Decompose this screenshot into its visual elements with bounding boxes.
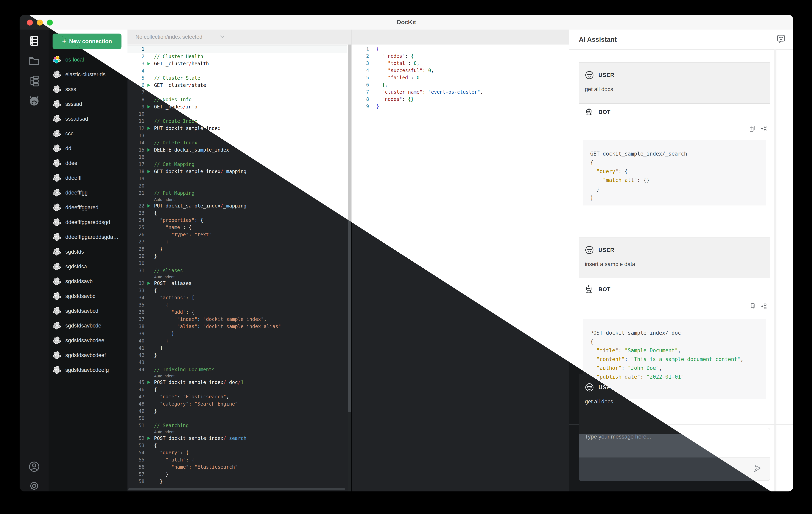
run-gutter xyxy=(144,449,154,456)
codelens-auto-indent[interactable]: Auto Indent xyxy=(127,373,347,379)
run-gutter xyxy=(144,245,154,252)
chat-scrollbar[interactable] xyxy=(774,49,777,491)
run-query-button[interactable] xyxy=(144,146,154,154)
editor-code: // Delete Index xyxy=(154,139,197,146)
insert-to-editor-icon[interactable] xyxy=(760,125,767,132)
connection-item[interactable]: sgdsfdsavb xyxy=(49,274,127,289)
insert-to-editor-icon[interactable] xyxy=(760,303,767,310)
run-gutter xyxy=(144,175,154,182)
connection-item[interactable]: sgdsfdsavbcde xyxy=(49,318,127,333)
copy-icon[interactable] xyxy=(749,125,756,132)
run-gutter xyxy=(144,154,154,161)
connection-item[interactable]: ddeefffgg xyxy=(49,185,127,200)
connection-item[interactable]: sgdsfdsa xyxy=(49,259,127,274)
line-number: 49 xyxy=(127,407,144,415)
ai-header: AI Assistant xyxy=(569,30,793,50)
connection-item[interactable]: sgdsfdsavbcd xyxy=(49,304,127,318)
run-query-button[interactable] xyxy=(144,125,154,132)
line-number: 32 xyxy=(127,280,144,287)
connection-item[interactable]: ddeefffggared xyxy=(49,200,127,215)
run-query-button[interactable] xyxy=(144,280,154,287)
editor-line: 42} xyxy=(127,352,347,359)
editor-line: 50 xyxy=(127,415,347,422)
bot-code-block-1[interactable]: GET dockit_sample_index/_search{ "query"… xyxy=(583,140,766,206)
run-query-button[interactable] xyxy=(144,60,154,67)
result-line: 3 "total": 0, xyxy=(352,60,569,67)
tree-icon[interactable] xyxy=(28,75,40,87)
connection-item[interactable]: sssadsad xyxy=(49,112,127,126)
line-number: 52 xyxy=(127,435,144,442)
editor-code: "match": { xyxy=(154,456,195,463)
connection-name: ddee xyxy=(65,160,77,167)
connection-name: sgdsfdsavbcde xyxy=(65,323,101,329)
new-connection-label: New connection xyxy=(69,38,112,44)
editor-line: 43 xyxy=(127,359,347,366)
plus-icon: + xyxy=(62,38,66,45)
connections-icon[interactable] xyxy=(28,35,40,47)
line-number: 58 xyxy=(127,478,144,485)
collection-select[interactable]: No collection/index selected xyxy=(127,30,231,44)
connection-item[interactable]: ccc xyxy=(49,126,127,141)
connection-item[interactable]: sgdsfdsavbcdeefg xyxy=(49,363,127,377)
line-number: 44 xyxy=(127,366,144,373)
line-number: 30 xyxy=(127,260,144,267)
feedback-smiley-icon[interactable] xyxy=(776,34,786,43)
gear-icon[interactable] xyxy=(28,480,40,491)
editor-horizontal-scrollbar[interactable] xyxy=(128,488,345,490)
elastic-cluster-icon xyxy=(53,351,61,360)
connection-name: elastic-cluster-tls xyxy=(65,71,106,78)
line-number: 2 xyxy=(352,53,369,60)
connection-item[interactable]: sgdsfdsavbc xyxy=(49,289,127,304)
copy-icon[interactable] xyxy=(749,303,756,310)
desktop: DocKit xyxy=(0,0,812,514)
editor-line: 31// Aliases xyxy=(127,267,347,274)
code-line: "title": "Sample Document", xyxy=(590,346,766,355)
user-icon[interactable] xyxy=(28,461,40,473)
line-number: 4 xyxy=(352,67,369,74)
run-query-button[interactable] xyxy=(144,202,154,209)
codelens-auto-indent[interactable]: Auto Indent xyxy=(127,274,347,280)
connection-name: ddeefffggareddsgd xyxy=(65,219,110,225)
run-gutter xyxy=(144,400,154,407)
editor-code: "type": "text" xyxy=(154,231,212,238)
connection-item[interactable]: sgdsfdsavbcdeef xyxy=(49,348,127,363)
line-number: 1 xyxy=(352,45,369,53)
run-query-button[interactable] xyxy=(144,168,154,175)
connection-item[interactable]: sgdsfds xyxy=(49,244,127,259)
line-number: 3 xyxy=(127,60,144,67)
connection-item[interactable]: sgdsfdsavbcdee xyxy=(49,333,127,348)
editor-code: } xyxy=(154,352,157,359)
run-query-button[interactable] xyxy=(144,435,154,442)
send-icon[interactable] xyxy=(753,464,762,473)
connection-item[interactable]: dd xyxy=(49,141,127,156)
connection-item[interactable]: ddeefffggareddsgda… xyxy=(49,230,127,244)
connection-item[interactable]: ddee xyxy=(49,156,127,171)
editor-code: GET dockit_sample_index/_mapping xyxy=(154,168,246,175)
codelens-auto-indent[interactable]: Auto Indent xyxy=(127,429,347,435)
line-number: 46 xyxy=(127,386,144,393)
github-icon[interactable] xyxy=(28,95,40,107)
editor-line: 27 } xyxy=(127,238,347,245)
connection-item[interactable]: ssss xyxy=(49,82,127,97)
run-gutter xyxy=(144,224,154,231)
connection-item[interactable]: ssssad xyxy=(49,97,127,112)
line-number: 54 xyxy=(127,449,144,456)
folder-icon[interactable] xyxy=(28,55,40,67)
result-code: } xyxy=(369,103,379,110)
run-gutter xyxy=(144,366,154,373)
run-query-button[interactable] xyxy=(144,82,154,89)
run-gutter xyxy=(144,132,154,139)
run-query-button[interactable] xyxy=(144,379,154,386)
line-number: 38 xyxy=(127,323,144,330)
editor-code: } xyxy=(154,471,168,478)
connection-item[interactable]: ddeefff xyxy=(49,171,127,185)
run-gutter xyxy=(144,287,154,294)
bot-code-block-2[interactable]: POST dockit_sample_index/_doc{ "title": … xyxy=(583,319,766,399)
code-line: "content": "This is a sample document co… xyxy=(590,355,766,364)
elastic-cluster-icon xyxy=(53,247,61,256)
elastic-cluster-icon xyxy=(53,70,61,79)
run-gutter xyxy=(144,359,154,366)
run-query-button[interactable] xyxy=(144,103,154,111)
connection-item[interactable]: ddeefffggareddsgd xyxy=(49,215,127,230)
line-number: 9 xyxy=(352,103,369,110)
